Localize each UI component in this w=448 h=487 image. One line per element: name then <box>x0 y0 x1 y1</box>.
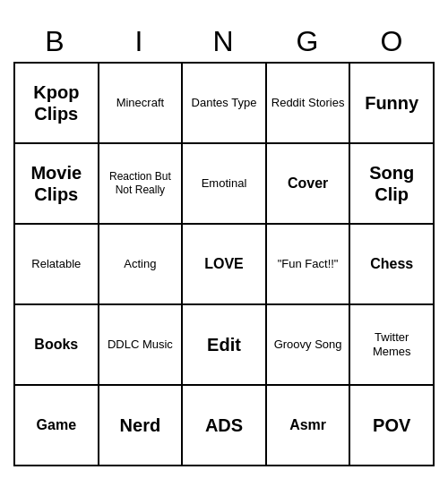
bingo-cell-9: Song Clip <box>350 144 435 225</box>
bingo-cell-24: POV <box>350 386 435 466</box>
cell-text-3: Reddit Stories <box>271 96 345 110</box>
bingo-cell-15: Books <box>15 305 99 386</box>
bingo-cell-10: Relatable <box>15 225 99 305</box>
bingo-cell-14: Chess <box>350 225 435 305</box>
cell-text-21: Nerd <box>120 414 161 436</box>
header-letter-O: O <box>350 21 435 62</box>
header-letter-G: G <box>266 21 350 62</box>
header-letter-N: N <box>182 21 266 62</box>
cell-text-10: Relatable <box>31 257 81 271</box>
bingo-card: BINGO Kpop ClipsMinecraftDantes TypeRedd… <box>13 21 435 466</box>
cell-text-7: Emotinal <box>202 176 247 191</box>
cell-text-9: Song Clip <box>354 162 429 205</box>
cell-text-19: Twitter Memes <box>354 330 429 358</box>
bingo-cell-0: Kpop Clips <box>15 64 99 144</box>
bingo-cell-22: ADS <box>183 386 267 466</box>
header-letter-B: B <box>13 21 98 62</box>
cell-text-22: ADS <box>205 414 243 436</box>
bingo-header: BINGO <box>13 21 435 62</box>
bingo-cell-12: LOVE <box>183 225 267 305</box>
bingo-cell-7: Emotinal <box>183 144 267 225</box>
cell-text-6: Reaction But Not Really <box>103 170 178 196</box>
bingo-cell-6: Reaction But Not Really <box>99 144 184 225</box>
bingo-cell-19: Twitter Memes <box>350 305 435 386</box>
cell-text-8: Cover <box>288 175 328 192</box>
cell-text-17: Edit <box>207 334 241 355</box>
cell-text-23: Asmr <box>289 416 326 433</box>
bingo-cell-13: "Fun Fact!!" <box>267 225 351 305</box>
cell-text-20: Game <box>37 416 76 433</box>
cell-text-5: Movie Clips <box>19 162 94 205</box>
cell-text-0: Kpop Clips <box>19 81 94 124</box>
cell-text-4: Funny <box>365 92 418 114</box>
cell-text-12: LOVE <box>204 255 244 272</box>
bingo-cell-4: Funny <box>350 64 435 144</box>
cell-text-1: Minecraft <box>116 96 164 110</box>
bingo-cell-17: Edit <box>183 305 267 386</box>
bingo-cell-2: Dantes Type <box>183 64 267 144</box>
cell-text-14: Chess <box>370 255 413 272</box>
cell-text-18: Groovy Song <box>274 337 342 352</box>
bingo-cell-3: Reddit Stories <box>267 64 351 144</box>
bingo-cell-23: Asmr <box>267 386 351 466</box>
bingo-cell-5: Movie Clips <box>15 144 99 225</box>
cell-text-2: Dantes Type <box>192 96 257 110</box>
bingo-cell-18: Groovy Song <box>267 305 351 386</box>
cell-text-24: POV <box>373 414 410 436</box>
bingo-cell-1: Minecraft <box>99 64 184 144</box>
bingo-cell-16: DDLC Music <box>99 305 184 386</box>
cell-text-15: Books <box>34 336 78 353</box>
cell-text-16: DDLC Music <box>108 337 173 352</box>
bingo-grid: Kpop ClipsMinecraftDantes TypeReddit Sto… <box>13 62 435 466</box>
cell-text-13: "Fun Fact!!" <box>278 257 339 271</box>
bingo-cell-21: Nerd <box>99 386 184 466</box>
cell-text-11: Acting <box>124 257 156 271</box>
bingo-cell-11: Acting <box>99 225 184 305</box>
header-letter-I: I <box>98 21 182 62</box>
bingo-cell-8: Cover <box>267 144 351 225</box>
bingo-cell-20: Game <box>15 386 99 466</box>
